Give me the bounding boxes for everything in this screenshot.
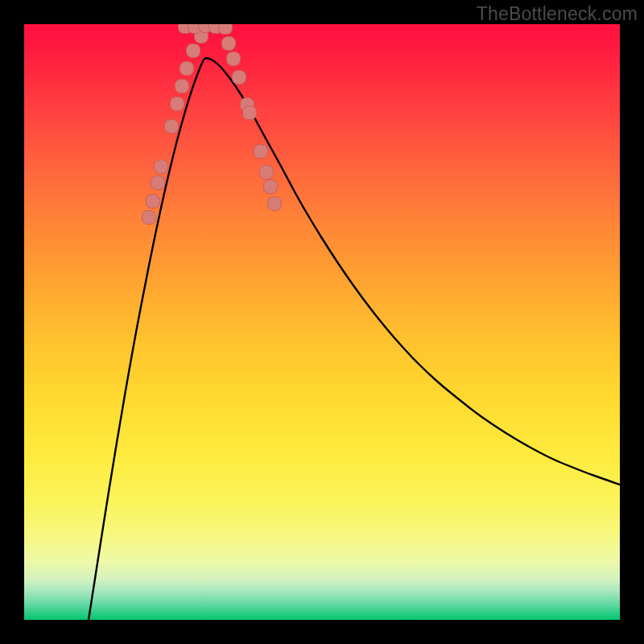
marker-point — [243, 106, 257, 120]
bottleneck-curve — [89, 58, 620, 620]
curve-layer — [24, 24, 620, 620]
marker-point — [260, 166, 274, 180]
chart-frame: TheBottleneck.com — [0, 0, 644, 644]
marker-point — [264, 180, 278, 194]
marker-point — [175, 80, 189, 93]
marker-point — [222, 37, 236, 51]
marker-point — [227, 52, 241, 66]
marker-point — [142, 211, 156, 225]
marker-point — [165, 120, 179, 134]
marker-point — [219, 24, 233, 35]
marker-point — [147, 195, 160, 208]
marker-point — [233, 71, 246, 85]
marker-point — [268, 197, 282, 211]
watermark-text: TheBottleneck.com — [477, 3, 638, 25]
marker-point — [155, 160, 168, 174]
marker-point — [187, 44, 200, 58]
marker-point — [180, 62, 194, 76]
marker-point — [254, 145, 268, 159]
marker-group — [142, 24, 282, 225]
plot-area — [24, 24, 620, 620]
marker-point — [171, 97, 184, 111]
marker-point — [151, 176, 165, 190]
